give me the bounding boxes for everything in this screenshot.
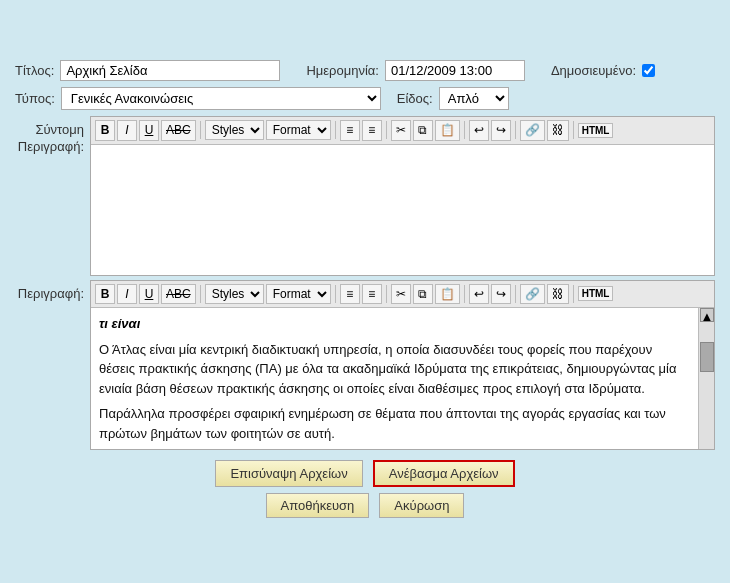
sep-11 (515, 285, 516, 303)
sep-10 (464, 285, 465, 303)
row-typos: Τύπος: Γενικές Ανακοινώσεις Είδος: Απλό (15, 87, 715, 110)
eidos-label: Είδος: (397, 91, 433, 106)
syntomi-perigrafi-label: ΣύντομηΠεριγραφή: (15, 116, 90, 276)
strikethrough-btn-2[interactable]: ABC (161, 284, 196, 305)
cut-btn-1[interactable]: ✂ (391, 120, 411, 141)
editor-scrollbar[interactable]: ▲ (698, 308, 714, 449)
typos-select[interactable]: Γενικές Ανακοινώσεις (61, 87, 381, 110)
underline-btn-2[interactable]: U (139, 284, 159, 305)
copy-btn-2[interactable]: ⧉ (413, 284, 433, 305)
list-ul-btn-2[interactable]: ≡ (340, 284, 360, 305)
redo-btn-1[interactable]: ↪ (491, 120, 511, 141)
bold-btn-1[interactable]: B (95, 120, 115, 141)
undo-btn-1[interactable]: ↩ (469, 120, 489, 141)
italic-btn-2[interactable]: I (117, 284, 137, 305)
titlos-input[interactable] (60, 60, 280, 81)
syntomi-perigrafi-section: ΣύντομηΠεριγραφή: B I U ABC Styles Forma… (15, 116, 715, 276)
episynapsi-button[interactable]: Επισύναψη Αρχείων (215, 460, 362, 487)
link-btn-2[interactable]: 🔗 (520, 284, 545, 305)
format-select-2[interactable]: Format (266, 284, 331, 304)
apothikeusi-button[interactable]: Αποθήκευση (266, 493, 370, 518)
unlink-btn-1[interactable]: ⛓ (547, 120, 569, 141)
eidos-select[interactable]: Απλό (439, 87, 509, 110)
html-btn-2[interactable]: HTML (578, 286, 614, 301)
sep-7 (200, 285, 201, 303)
unlink-btn-2[interactable]: ⛓ (547, 284, 569, 305)
syntomi-toolbar: B I U ABC Styles Format ≡ ≡ ✂ ⧉ 📋 ↩ (91, 117, 714, 145)
row-titlos: Τίτλος: Ημερομηνία: Δημοσιευμένο: (15, 60, 715, 81)
dimosieuomeno-checkbox[interactable] (642, 64, 655, 77)
scroll-thumb[interactable] (700, 342, 714, 372)
sep-2 (335, 121, 336, 139)
perigrafi-label: Περιγραφή: (15, 280, 90, 451)
perigrafi-scroll-wrap: τι είναι Ο Άτλας είναι μία κεντρική διαδ… (91, 308, 714, 449)
imerominia-input[interactable] (385, 60, 525, 81)
copy-btn-1[interactable]: ⧉ (413, 120, 433, 141)
html-btn-1[interactable]: HTML (578, 123, 614, 138)
perigrafi-editor-content[interactable]: τι είναι Ο Άτλας είναι μία κεντρική διαδ… (91, 308, 698, 449)
paste-btn-1[interactable]: 📋 (435, 120, 460, 141)
anevazma-button[interactable]: Ανέβασμα Αρχείων (373, 460, 515, 487)
sep-4 (464, 121, 465, 139)
perigrafi-editor-wrapper: B I U ABC Styles Format ≡ ≡ ✂ ⧉ 📋 ↩ (90, 280, 715, 451)
buttons-row-2: Αποθήκευση Ακύρωση (15, 493, 715, 518)
underline-btn-1[interactable]: U (139, 120, 159, 141)
bold-btn-2[interactable]: B (95, 284, 115, 305)
dimosieuomeno-label: Δημοσιευμένο: (551, 63, 636, 78)
format-select-1[interactable]: Format (266, 120, 331, 140)
sep-3 (386, 121, 387, 139)
perigrafi-section: Περιγραφή: B I U ABC Styles Format ≡ ≡ ✂ (15, 280, 715, 451)
list-ul-btn-1[interactable]: ≡ (340, 120, 360, 141)
undo-btn-2[interactable]: ↩ (469, 284, 489, 305)
ti-einai-heading: τι είναι (99, 314, 690, 334)
sep-12 (573, 285, 574, 303)
italic-btn-1[interactable]: I (117, 120, 137, 141)
sep-9 (386, 285, 387, 303)
styles-select-2[interactable]: Styles (205, 284, 264, 304)
cut-btn-2[interactable]: ✂ (391, 284, 411, 305)
redo-btn-2[interactable]: ↪ (491, 284, 511, 305)
imerominia-label: Ημερομηνία: (306, 63, 379, 78)
styles-select-1[interactable]: Styles (205, 120, 264, 140)
perigrafi-toolbar: B I U ABC Styles Format ≡ ≡ ✂ ⧉ 📋 ↩ (91, 281, 714, 309)
link-btn-1[interactable]: 🔗 (520, 120, 545, 141)
desc-paragraph-2: Παράλληλα προσφέρει σφαιρική ενημέρωση σ… (99, 404, 690, 443)
list-ol-btn-2[interactable]: ≡ (362, 284, 382, 305)
titlos-label: Τίτλος: (15, 63, 54, 78)
sep-8 (335, 285, 336, 303)
strikethrough-btn-1[interactable]: ABC (161, 120, 196, 141)
sep-6 (573, 121, 574, 139)
syntomi-editor-wrapper: B I U ABC Styles Format ≡ ≡ ✂ ⧉ 📋 ↩ (90, 116, 715, 276)
paste-btn-2[interactable]: 📋 (435, 284, 460, 305)
sep-1 (200, 121, 201, 139)
sep-5 (515, 121, 516, 139)
buttons-row-1: Επισύναψη Αρχείων Ανέβασμα Αρχείων (15, 460, 715, 487)
scroll-up-btn[interactable]: ▲ (700, 308, 714, 322)
list-ol-btn-1[interactable]: ≡ (362, 120, 382, 141)
page-container: Τίτλος: Ημερομηνία: Δημοσιευμένο: Τύπος:… (0, 50, 730, 534)
akyrose-button[interactable]: Ακύρωση (379, 493, 464, 518)
syntomi-editor-content[interactable] (91, 145, 714, 275)
desc-paragraph-1: Ο Άτλας είναι μία κεντρική διαδικτυακή υ… (99, 340, 690, 399)
typos-label: Τύπος: (15, 91, 55, 106)
